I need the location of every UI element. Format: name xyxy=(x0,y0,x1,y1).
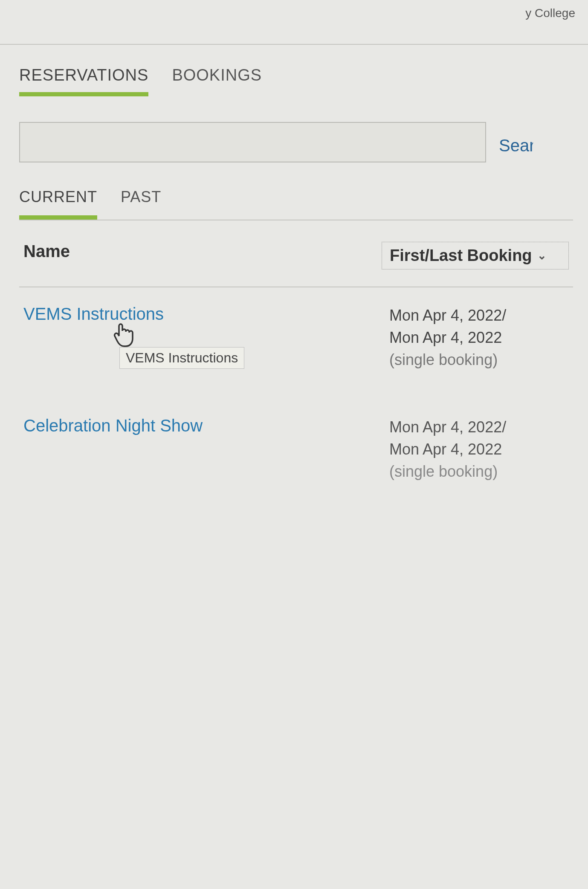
table-row: VEMS Instructions VEMS Instructions Mon … xyxy=(19,287,573,386)
booking-date-first: Mon Apr 4, 2022/ xyxy=(389,416,569,438)
reservation-link-celebration-night-show[interactable]: Celebration Night Show xyxy=(23,416,203,435)
tab-past[interactable]: PAST xyxy=(121,188,161,220)
tab-current[interactable]: CURRENT xyxy=(19,188,97,220)
column-header-booking-dropdown[interactable]: First/Last Booking ⌄ xyxy=(382,242,569,269)
tooltip-vems-instructions: VEMS Instructions xyxy=(119,347,244,369)
column-header-name[interactable]: Name xyxy=(23,242,382,269)
row-dates-cell: Mon Apr 4, 2022/ Mon Apr 4, 2022 (single… xyxy=(382,416,569,483)
booking-date-first: Mon Apr 4, 2022/ xyxy=(389,304,569,327)
column-header-booking-label: First/Last Booking xyxy=(390,246,532,265)
booking-note: (single booking) xyxy=(389,460,569,483)
top-header: y College xyxy=(0,0,588,45)
sub-tabs-row: CURRENT PAST xyxy=(19,188,573,220)
row-dates-cell: Mon Apr 4, 2022/ Mon Apr 4, 2022 (single… xyxy=(382,304,569,371)
main-content: RESERVATIONS BOOKINGS Search CURRENT PAS… xyxy=(0,45,588,498)
top-tabs-row: RESERVATIONS BOOKINGS xyxy=(19,66,573,96)
tab-bookings[interactable]: BOOKINGS xyxy=(172,66,262,96)
booking-date-last: Mon Apr 4, 2022 xyxy=(389,438,569,460)
reservation-link-vems-instructions[interactable]: VEMS Instructions xyxy=(23,304,164,323)
search-row: Search xyxy=(19,122,573,162)
booking-note: (single booking) xyxy=(389,349,569,371)
tab-reservations[interactable]: RESERVATIONS xyxy=(19,66,148,96)
booking-date-last: Mon Apr 4, 2022 xyxy=(389,327,569,349)
table-header-row: Name First/Last Booking ⌄ xyxy=(19,220,573,287)
row-name-cell: Celebration Night Show xyxy=(23,416,382,483)
search-input[interactable] xyxy=(19,122,486,162)
chevron-down-icon: ⌄ xyxy=(537,249,547,262)
search-button[interactable]: Search xyxy=(499,130,533,155)
row-name-cell: VEMS Instructions VEMS Instructions xyxy=(23,304,382,371)
header-partial-text: y College xyxy=(525,6,575,20)
table-row: Celebration Night Show Mon Apr 4, 2022/ … xyxy=(19,386,573,498)
